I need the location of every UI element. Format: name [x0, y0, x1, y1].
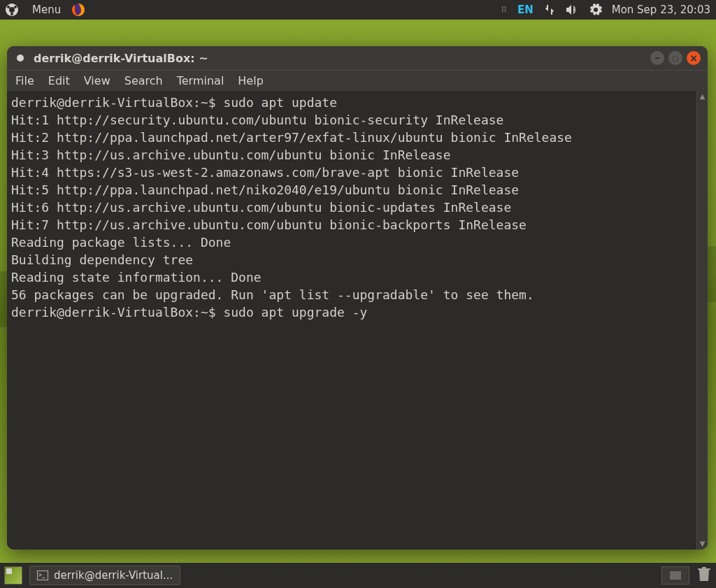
svg-point-1	[9, 7, 15, 13]
terminal-menubar: File Edit View Search Terminal Help	[7, 70, 708, 91]
menu-edit[interactable]: Edit	[48, 74, 70, 87]
taskbar-item-label: derrik@derrik-Virtual...	[54, 569, 173, 582]
terminal-icon	[37, 571, 48, 580]
menu-search[interactable]: Search	[124, 74, 163, 87]
show-desktop-button[interactable]	[4, 566, 22, 585]
terminal-window: derrik@derrik-VirtualBox: ~ File Edit Vi…	[7, 46, 708, 550]
maximize-button[interactable]	[668, 51, 682, 65]
indicator-grip-icon: ⠿	[501, 7, 508, 13]
window-controls	[650, 51, 701, 65]
taskbar-item-terminal[interactable]: derrik@derrik-Virtual...	[29, 566, 180, 585]
volume-icon[interactable]	[566, 3, 580, 16]
trash-icon[interactable]	[696, 566, 712, 585]
clock[interactable]: Mon Sep 23, 20:03	[612, 3, 712, 16]
terminal-titlebar[interactable]: derrik@derrik-VirtualBox: ~	[7, 46, 708, 70]
terminal-content[interactable]: derrik@derrik-VirtualBox:~$ sudo apt upd…	[7, 91, 696, 550]
ubuntu-logo-icon[interactable]	[4, 2, 20, 17]
menu-view[interactable]: View	[84, 74, 110, 87]
terminal-body: derrik@derrik-VirtualBox:~$ sudo apt upd…	[7, 91, 708, 550]
workspace-switcher[interactable]	[661, 566, 689, 585]
top-panel: Menu ⠿ EN Mon Sep 23, 20:03	[0, 0, 716, 20]
top-panel-right: ⠿ EN Mon Sep 23, 20:03	[501, 3, 712, 16]
scroll-down-icon[interactable]: ▼	[697, 538, 708, 550]
language-indicator[interactable]: EN	[517, 3, 534, 16]
bottom-panel: derrik@derrik-Virtual...	[0, 563, 716, 588]
svg-point-2	[14, 6, 17, 8]
window-title: derrik@derrik-VirtualBox: ~	[34, 52, 650, 65]
menu-button[interactable]: Menu	[29, 3, 64, 16]
app-indicator-icon	[17, 55, 24, 62]
terminal-scrollbar[interactable]: ▲ ▼	[696, 91, 708, 550]
scroll-up-icon[interactable]: ▲	[697, 91, 708, 102]
firefox-icon[interactable]	[71, 2, 86, 17]
network-icon[interactable]	[543, 3, 556, 16]
menu-help[interactable]: Help	[238, 74, 263, 87]
menu-file[interactable]: File	[15, 74, 34, 87]
minimize-button[interactable]	[650, 51, 664, 65]
desktop: derrik@derrik-VirtualBox: ~ File Edit Vi…	[0, 20, 716, 563]
close-button[interactable]	[687, 51, 701, 65]
settings-gear-icon[interactable]	[589, 3, 602, 16]
svg-point-3	[7, 6, 10, 8]
top-panel-left: Menu	[0, 2, 86, 17]
menu-terminal[interactable]: Terminal	[177, 74, 224, 87]
svg-point-4	[10, 13, 13, 15]
